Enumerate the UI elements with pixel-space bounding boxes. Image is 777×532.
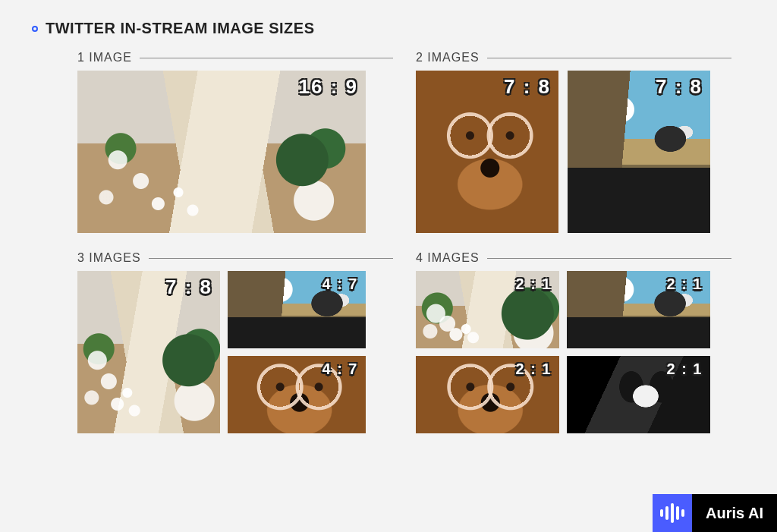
brand-waveform-icon (653, 494, 692, 532)
ratio-label: 4 : 7 (322, 360, 358, 378)
image-tile: 7 : 8 (77, 271, 220, 433)
ratio-label: 7 : 8 (656, 75, 703, 99)
image-tile: 7 : 8 (416, 71, 558, 233)
image-tile: 4 : 7 (228, 271, 366, 348)
ratio-label: 2 : 1 (515, 360, 552, 378)
section-header: 2 IMAGES (416, 51, 731, 65)
ratio-label: 16 : 9 (299, 75, 359, 99)
ratio-label: 2 : 1 (666, 360, 703, 378)
page-title: TWITTER IN-STREAM IMAGE SIZES (46, 20, 315, 37)
image-tile: 2 : 1 (567, 271, 710, 348)
section-header: 3 IMAGES (77, 251, 393, 265)
section-label: 4 IMAGES (416, 251, 480, 265)
section-1-image: 1 IMAGE 16 : 9 (77, 51, 393, 233)
section-3-images: 3 IMAGES 7 : 8 4 : 7 4 : 7 (77, 251, 393, 433)
section-label: 3 IMAGES (77, 251, 141, 265)
layout-1: 16 : 9 (77, 71, 393, 233)
section-2-images: 2 IMAGES 7 : 8 7 : 8 (416, 51, 731, 233)
section-4-images: 4 IMAGES 2 : 1 2 : 1 2 : 1 2 : 1 (416, 251, 731, 433)
section-label: 1 IMAGE (77, 51, 132, 65)
brand-name: Auris AI (692, 494, 777, 532)
image-tile: 4 : 7 (228, 356, 366, 433)
image-tile: 2 : 1 (567, 356, 710, 433)
layout-3: 7 : 8 4 : 7 4 : 7 (77, 271, 393, 433)
ratio-label: 7 : 8 (165, 275, 212, 299)
divider-icon (140, 58, 393, 58)
section-header: 4 IMAGES (416, 251, 731, 265)
image-tile: 2 : 1 (416, 356, 559, 433)
image-tile: 16 : 9 (77, 71, 366, 233)
ratio-label: 2 : 1 (666, 275, 703, 293)
layout-2: 7 : 8 7 : 8 (416, 71, 731, 233)
section-label: 2 IMAGES (416, 51, 480, 65)
image-tile: 2 : 1 (416, 271, 559, 348)
right-column: 4 : 7 4 : 7 (228, 271, 366, 433)
layouts-grid: 1 IMAGE 16 : 9 2 IMAGES 7 : 8 7 : 8 (32, 51, 745, 433)
ratio-label: 2 : 1 (515, 275, 552, 293)
divider-icon (487, 258, 731, 259)
bullet-icon (32, 26, 38, 32)
image-tile: 7 : 8 (568, 71, 710, 233)
divider-icon (149, 258, 393, 259)
ratio-label: 4 : 7 (322, 275, 358, 293)
layout-4: 2 : 1 2 : 1 2 : 1 2 : 1 (416, 271, 710, 433)
heading-row: TWITTER IN-STREAM IMAGE SIZES (32, 20, 745, 37)
ratio-label: 7 : 8 (504, 75, 551, 99)
brand-badge: Auris AI (653, 494, 777, 532)
section-header: 1 IMAGE (77, 51, 393, 65)
divider-icon (487, 58, 731, 58)
